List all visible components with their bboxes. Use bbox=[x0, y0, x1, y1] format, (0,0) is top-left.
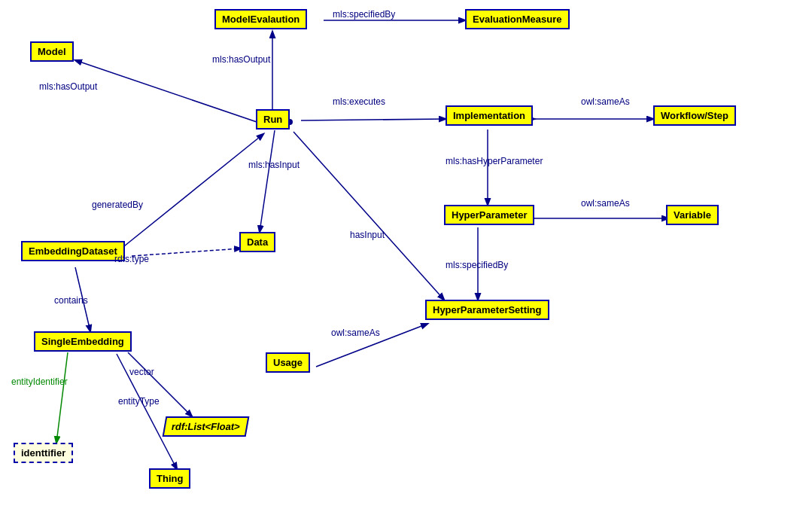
svg-line-0 bbox=[75, 60, 263, 124]
label-contains: contains bbox=[54, 295, 88, 306]
diagram-container: Model ModelEvalaution EvaluationMeasure … bbox=[0, 0, 812, 509]
node-hyper-parameter: HyperParameter bbox=[444, 205, 534, 225]
label-has-input-1: mls:hasInput bbox=[248, 160, 300, 170]
svg-line-16 bbox=[56, 352, 68, 443]
node-hyper-parameter-setting: HyperParameterSetting bbox=[425, 300, 549, 320]
label-same-as-workflow: owl:sameAs bbox=[581, 96, 630, 107]
node-implementation: Implementation bbox=[446, 105, 533, 126]
node-identtifier: identtifier bbox=[14, 443, 73, 463]
node-embedding-dataset: EmbeddingDataset bbox=[21, 241, 125, 261]
label-rdfs-type: rdfs:type bbox=[114, 254, 149, 264]
node-model: Model bbox=[30, 41, 74, 62]
node-rdf-list: rdf:List<Float> bbox=[163, 416, 250, 437]
node-model-evaluation: ModelEvalaution bbox=[214, 9, 307, 29]
label-same-as-variable: owl:sameAs bbox=[581, 198, 630, 209]
node-data: Data bbox=[239, 232, 275, 252]
label-has-output-1: mls:hasOutput bbox=[39, 81, 97, 92]
label-vector: vector bbox=[129, 367, 154, 377]
node-run: Run bbox=[256, 109, 290, 130]
label-has-output-2: mls:hasOutput bbox=[212, 54, 270, 65]
svg-line-9 bbox=[293, 132, 444, 300]
label-has-input-2: hasInput bbox=[350, 230, 385, 240]
node-variable: Variable bbox=[666, 205, 719, 225]
node-thing: Thing bbox=[149, 468, 190, 489]
label-executes: mls:executes bbox=[333, 96, 385, 107]
label-entity-identifier: entityIdentifier bbox=[11, 376, 68, 387]
label-entity-type: entityType bbox=[118, 396, 160, 407]
node-single-embedding: SingleEmbedding bbox=[34, 331, 132, 352]
label-specified-by-2: mls:specifiedBy bbox=[446, 260, 508, 270]
svg-line-8 bbox=[260, 130, 275, 232]
node-evaluation-measure: EvaluationMeasure bbox=[465, 9, 570, 29]
node-usage: Usage bbox=[266, 352, 310, 373]
label-specified-by: mls:specifiedBy bbox=[333, 9, 395, 20]
node-workflow-step: Workflow/Step bbox=[653, 105, 736, 126]
label-has-hyper-parameter: mls:hasHyperParameter bbox=[446, 156, 543, 166]
svg-line-3 bbox=[301, 119, 446, 120]
label-generated-by: generatedBy bbox=[92, 200, 143, 210]
svg-line-14 bbox=[128, 352, 192, 416]
label-same-as-usage: owl:sameAs bbox=[331, 328, 380, 338]
